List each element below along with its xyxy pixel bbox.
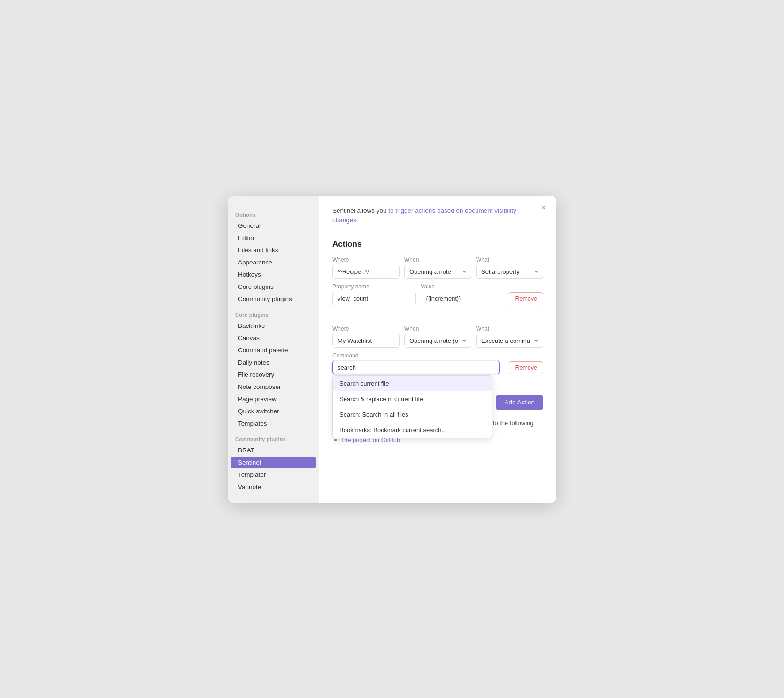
close-button[interactable]: ×: [538, 202, 549, 213]
dropdown-item-3[interactable]: Bookmarks: Bookmark current search...: [333, 422, 492, 438]
action2-row1: Where When Opening a note Opening a note…: [332, 326, 543, 348]
action1-when-select[interactable]: Opening a note Opening a note (once) Clo…: [404, 265, 471, 279]
sidebar-item-quick-switcher[interactable]: Quick switcher: [231, 405, 316, 417]
action2-command-group: Command Search current file Search & rep…: [332, 352, 500, 374]
action1-when-group: When Opening a note Opening a note (once…: [404, 256, 471, 279]
sidebar-item-core-plugins[interactable]: Core plugins: [231, 281, 316, 293]
action1-remove-button[interactable]: Remove: [509, 292, 543, 305]
intro-text: Sentinel allows you to trigger actions b…: [332, 206, 543, 225]
add-action-button[interactable]: Add Action: [496, 395, 543, 410]
sidebar-item-varinote[interactable]: Varinote: [231, 481, 316, 493]
action2-where-group: Where: [332, 326, 400, 348]
action1-when-label: When: [404, 256, 471, 263]
action1-value-input[interactable]: [421, 292, 504, 305]
action2-remove-button[interactable]: Remove: [509, 361, 543, 374]
bullet-dot: [334, 439, 337, 441]
action2-what-label: What: [476, 326, 543, 332]
sidebar-item-canvas[interactable]: Canvas: [231, 332, 316, 344]
action1-where-label: Where: [332, 256, 400, 263]
action1-row2: Property name Value Remove: [332, 283, 543, 305]
settings-modal: Options General Editor Files and links A…: [228, 196, 556, 503]
action-block-1: Where When Opening a note Opening a note…: [332, 256, 543, 318]
sidebar-item-appearance[interactable]: Appearance: [231, 256, 316, 268]
intro-divider: [332, 232, 543, 232]
community-plugins-section-label: Community plugins: [228, 430, 319, 444]
dropdown-item-2[interactable]: Search: Search in all files: [333, 407, 492, 422]
action1-value-group: Value: [421, 283, 504, 305]
action2-when-group: When Opening a note Opening a note (once…: [404, 326, 471, 348]
sidebar-item-daily-notes[interactable]: Daily notes: [231, 357, 316, 368]
action1-where-group: Where: [332, 256, 400, 279]
dropdown-item-0[interactable]: Search current file: [333, 376, 492, 391]
action1-where-input[interactable]: [332, 265, 400, 279]
action2-where-label: Where: [332, 326, 400, 332]
actions-section-title: Actions: [332, 240, 543, 249]
action2-when-select[interactable]: Opening a note Opening a note (once) Clo…: [404, 334, 471, 348]
main-content-area: × Sentinel allows you to trigger actions…: [319, 196, 556, 503]
action1-value-label: Value: [421, 283, 504, 290]
sidebar-item-general[interactable]: General: [231, 220, 316, 232]
action1-what-label: What: [476, 256, 543, 263]
sidebar-item-sentinel[interactable]: Sentinel: [231, 457, 316, 468]
action1-what-group: What Set a property Execute a command: [476, 256, 543, 279]
action2-command-input[interactable]: [332, 361, 500, 374]
action1-property-name-group: Property name: [332, 283, 416, 305]
sidebar-item-brat[interactable]: BRAT: [231, 444, 316, 456]
intro-highlight: to trigger actions based on document vis…: [332, 207, 516, 224]
sidebar-item-editor[interactable]: Editor: [231, 232, 316, 244]
action2-command-label: Command: [332, 352, 500, 359]
action2-what-select[interactable]: Set a property Execute a command: [476, 334, 543, 348]
action-block-2: Where When Opening a note Opening a note…: [332, 326, 543, 387]
options-section-label: Options: [228, 205, 319, 219]
dropdown-item-1[interactable]: Search & replace in current file: [333, 391, 492, 407]
action2-command-row: Command Search current file Search & rep…: [332, 352, 543, 374]
sidebar-item-templates[interactable]: Templates: [231, 418, 316, 429]
sidebar-item-file-recovery[interactable]: File recovery: [231, 369, 316, 380]
action2-where-input[interactable]: [332, 334, 400, 348]
sidebar-item-community-plugins[interactable]: Community plugins: [231, 293, 316, 305]
command-dropdown: Search current file Search & replace in …: [332, 375, 492, 438]
sidebar-item-command-palette[interactable]: Command palette: [231, 344, 316, 356]
action1-property-name-label: Property name: [332, 283, 416, 290]
sidebar-item-backlinks[interactable]: Backlinks: [231, 320, 316, 332]
core-plugins-section-label: Core plugins: [228, 305, 319, 319]
action2-when-label: When: [404, 326, 471, 332]
action2-what-group: What Set a property Execute a command: [476, 326, 543, 348]
action1-row1: Where When Opening a note Opening a note…: [332, 256, 543, 279]
sidebar-item-page-preview[interactable]: Page preview: [231, 393, 316, 405]
settings-sidebar: Options General Editor Files and links A…: [228, 196, 319, 503]
action1-property-name-input[interactable]: [332, 292, 416, 305]
sidebar-item-files-and-links[interactable]: Files and links: [231, 244, 316, 256]
action1-what-select[interactable]: Set a property Execute a command: [476, 265, 543, 279]
sidebar-item-templater[interactable]: Templater: [231, 469, 316, 481]
sidebar-item-hotkeys[interactable]: Hotkeys: [231, 269, 316, 280]
sidebar-item-note-composer[interactable]: Note composer: [231, 381, 316, 393]
